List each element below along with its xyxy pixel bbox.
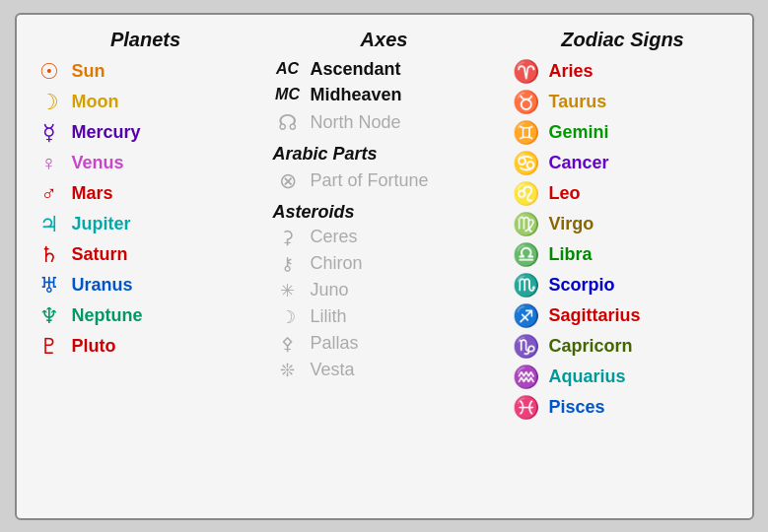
planet-item: ♇ Pluto <box>35 334 257 360</box>
asteroid-label-3: Lilith <box>311 306 347 327</box>
asteroid-label-4: Pallas <box>311 333 359 354</box>
zodiac-symbol-9: ♑ <box>512 334 541 360</box>
zodiac-title: Zodiac Signs <box>512 29 734 51</box>
axis-item: MC Midheaven <box>273 85 496 105</box>
zodiac-label-9: Capricorn <box>549 336 633 357</box>
planet-label-7: Uranus <box>72 275 133 296</box>
asteroid-item: ⚴ Pallas <box>273 333 496 355</box>
zodiac-label-7: Scorpio <box>549 275 615 296</box>
zodiac-label-8: Sagittarius <box>549 305 641 326</box>
zodiac-label-2: Gemini <box>549 122 609 143</box>
zodiac-item: ♏ Scorpio <box>512 273 734 299</box>
asteroid-item: ⚳ Ceres <box>273 227 496 248</box>
asteroid-item: ☽ Lilith <box>273 306 496 328</box>
zodiac-symbol-6: ♎ <box>512 242 541 268</box>
zodiac-label-10: Aquarius <box>549 366 626 387</box>
asteroid-symbol-4: ⚴ <box>273 333 303 355</box>
zodiac-label-6: Libra <box>549 244 593 265</box>
zodiac-label-11: Pisces <box>549 397 605 418</box>
planet-label-5: Jupiter <box>72 214 131 234</box>
axis-label-1: Midheaven <box>311 85 402 105</box>
asteroid-label-5: Vesta <box>311 360 355 380</box>
planet-label-9: Pluto <box>72 336 116 357</box>
axis-item: AC Ascendant <box>273 59 496 80</box>
planet-symbol-4: ♂ <box>35 181 64 207</box>
axes-title: Axes <box>273 29 496 51</box>
planets-column: Planets ☉ Sun ☽ Moon ☿ Mercury ♀ Venus ♂… <box>27 29 265 508</box>
planet-item: ♃ Jupiter <box>35 212 257 237</box>
axis-symbol-2: ☊ <box>273 110 303 136</box>
zodiac-symbol-1: ♉ <box>512 90 541 115</box>
planet-label-4: Mars <box>72 183 113 204</box>
zodiac-label-1: Taurus <box>549 92 607 112</box>
planet-symbol-7: ♅ <box>35 273 64 299</box>
planet-label-3: Venus <box>72 153 124 173</box>
zodiac-symbol-5: ♍ <box>512 212 541 237</box>
planet-item: ♆ Neptune <box>35 303 257 329</box>
zodiac-item: ♒ Aquarius <box>512 365 734 390</box>
zodiac-label-4: Leo <box>549 183 581 204</box>
zodiac-symbol-4: ♌ <box>512 181 541 207</box>
zodiac-symbol-0: ♈ <box>512 59 541 85</box>
planet-label-0: Sun <box>72 61 105 82</box>
zodiac-symbol-8: ♐ <box>512 303 541 329</box>
axes-column: Axes AC Ascendant MC Midheaven ☊ North N… <box>265 29 504 508</box>
planet-symbol-5: ♃ <box>35 212 64 237</box>
zodiac-label-5: Virgo <box>549 214 594 234</box>
zodiac-item: ♊ Gemini <box>512 120 734 146</box>
planet-item: ☿ Mercury <box>35 120 257 146</box>
zodiac-symbol-2: ♊ <box>512 120 541 146</box>
asteroid-item: ❊ Vesta <box>273 360 496 381</box>
axis-item: ☊ North Node <box>273 110 496 136</box>
axis-label-2: North Node <box>311 112 401 133</box>
zodiac-item: ♉ Taurus <box>512 90 734 115</box>
asteroid-symbol-3: ☽ <box>273 306 303 328</box>
main-card: Planets ☉ Sun ☽ Moon ☿ Mercury ♀ Venus ♂… <box>15 13 754 520</box>
planet-item: ☉ Sun <box>35 59 257 85</box>
planet-label-2: Mercury <box>72 122 141 143</box>
zodiac-column: Zodiac Signs ♈ Aries ♉ Taurus ♊ Gemini ♋… <box>504 29 742 508</box>
zodiac-item: ♐ Sagittarius <box>512 303 734 329</box>
planet-item: ♄ Saturn <box>35 242 257 268</box>
zodiac-item: ♎ Libra <box>512 242 734 268</box>
zodiac-item: ♌ Leo <box>512 181 734 207</box>
asteroid-label-2: Juno <box>311 280 349 300</box>
asteroid-item: ⚷ Chiron <box>273 253 496 275</box>
planet-label-1: Moon <box>72 92 119 112</box>
zodiac-label-0: Aries <box>549 61 593 82</box>
axis-symbol-1: MC <box>273 86 303 103</box>
arabic-parts-title: Arabic Parts <box>273 144 496 165</box>
asteroid-symbol-2: ✳ <box>273 280 303 301</box>
axis-symbol-0: AC <box>273 60 303 78</box>
zodiac-item: ♓ Pisces <box>512 395 734 421</box>
asteroid-symbol-0: ⚳ <box>273 227 303 248</box>
planet-item: ♀ Venus <box>35 151 257 176</box>
zodiac-item: ♈ Aries <box>512 59 734 85</box>
planet-label-8: Neptune <box>72 305 143 326</box>
asteroid-label-0: Ceres <box>311 227 358 247</box>
planet-symbol-2: ☿ <box>35 120 64 146</box>
asteroid-symbol-5: ❊ <box>273 360 303 381</box>
zodiac-symbol-3: ♋ <box>512 151 541 176</box>
arabic-label-0: Part of Fortune <box>311 170 429 191</box>
planet-symbol-0: ☉ <box>35 59 64 85</box>
asteroid-symbol-1: ⚷ <box>273 253 303 275</box>
arabic-item: ⊗ Part of Fortune <box>273 168 496 194</box>
zodiac-symbol-7: ♏ <box>512 273 541 299</box>
zodiac-item: ♋ Cancer <box>512 151 734 176</box>
planet-symbol-9: ♇ <box>35 334 64 360</box>
planet-symbol-3: ♀ <box>35 151 64 176</box>
zodiac-item: ♑ Capricorn <box>512 334 734 360</box>
planets-title: Planets <box>35 29 257 51</box>
planet-item: ♅ Uranus <box>35 273 257 299</box>
planet-item: ♂ Mars <box>35 181 257 207</box>
asteroid-label-1: Chiron <box>311 253 363 274</box>
planet-symbol-8: ♆ <box>35 303 64 329</box>
asteroids-title: Asteroids <box>273 202 496 223</box>
planet-label-6: Saturn <box>72 244 128 265</box>
zodiac-label-3: Cancer <box>549 153 609 173</box>
zodiac-item: ♍ Virgo <box>512 212 734 237</box>
planet-symbol-6: ♄ <box>35 242 64 268</box>
planet-item: ☽ Moon <box>35 90 257 115</box>
planet-symbol-1: ☽ <box>35 90 64 115</box>
